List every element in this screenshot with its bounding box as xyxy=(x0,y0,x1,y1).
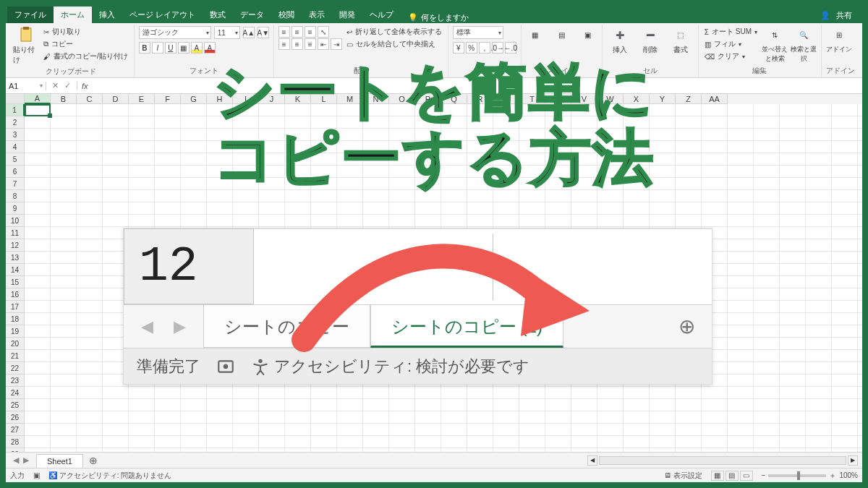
row-header-7[interactable]: 7 xyxy=(6,178,25,190)
indent-inc-button[interactable]: ⇥ xyxy=(331,38,342,50)
enter-formula-icon[interactable]: ✓ xyxy=(64,81,71,90)
row-header-4[interactable]: 4 xyxy=(6,141,25,153)
tab-data[interactable]: データ xyxy=(233,7,271,23)
row-header-6[interactable]: 6 xyxy=(6,166,25,178)
row-header-20[interactable]: 20 xyxy=(6,338,25,350)
col-header-C[interactable]: C xyxy=(77,94,103,104)
view-page-icon[interactable]: ▤ xyxy=(726,471,739,481)
name-box[interactable]: A1 xyxy=(6,82,46,90)
row-header-28[interactable]: 28 xyxy=(6,436,25,448)
copy-button[interactable]: ⧉コピー xyxy=(42,38,129,50)
row-header-1[interactable]: 1 xyxy=(6,104,25,116)
tab-formulas[interactable]: 数式 xyxy=(203,7,233,23)
fx-icon[interactable]: fx xyxy=(77,82,93,90)
tab-review[interactable]: 校閲 xyxy=(271,7,302,23)
col-header-F[interactable]: F xyxy=(155,94,181,104)
align-center-button[interactable]: ≡ xyxy=(292,38,303,50)
sheet-tab-1[interactable]: Sheet1 xyxy=(36,454,83,468)
row-header-16[interactable]: 16 xyxy=(6,288,25,301)
col-header-L[interactable]: L xyxy=(311,94,337,104)
font-name-combo[interactable]: 游ゴシック xyxy=(139,26,211,39)
col-header-P[interactable]: P xyxy=(415,94,441,104)
add-sheet-button[interactable]: ⊕ xyxy=(83,455,103,466)
view-break-icon[interactable]: ▭ xyxy=(740,471,753,481)
wrap-text-button[interactable]: ↩折り返して全体を表示する xyxy=(345,26,443,38)
row-header-17[interactable]: 17 xyxy=(6,301,25,313)
select-all-corner[interactable] xyxy=(6,94,25,104)
format-painter-button[interactable]: 🖌書式のコピー/貼り付け xyxy=(42,51,129,62)
col-header-O[interactable]: O xyxy=(389,94,415,104)
share-button[interactable]: 共有 xyxy=(836,10,852,21)
row-header-19[interactable]: 19 xyxy=(6,325,25,338)
col-header-T[interactable]: T xyxy=(519,94,545,104)
fill-color-button[interactable]: A xyxy=(191,42,203,53)
mag-add-sheet-button[interactable]: ⊕ xyxy=(661,305,712,348)
col-header-H[interactable]: H xyxy=(207,94,233,104)
cut-button[interactable]: ✂切り取り xyxy=(42,26,129,38)
border-button[interactable]: ▦ xyxy=(178,42,190,53)
insert-cells-button[interactable]: ➕挿入 xyxy=(607,26,633,55)
col-header-U[interactable]: U xyxy=(545,94,571,104)
accessibility-status[interactable]: ♿ アクセシビリティ: 問題ありません xyxy=(48,471,171,481)
align-bottom-button[interactable]: ≡ xyxy=(305,26,316,38)
tab-nav-prev-icon[interactable]: ◀ xyxy=(13,455,19,465)
row-header-27[interactable]: 27 xyxy=(6,424,25,436)
user-icon[interactable]: 👤 xyxy=(820,11,830,20)
macro-record-icon[interactable]: ▣ xyxy=(33,471,40,479)
zoom-slider[interactable] xyxy=(768,474,826,477)
mag-sheet-tab-1[interactable]: シートのコピー xyxy=(203,305,370,348)
underline-button[interactable]: U xyxy=(165,42,176,53)
comma-button[interactable]: , xyxy=(479,42,490,53)
row-header-24[interactable]: 24 xyxy=(6,387,25,399)
inc-decimal-button[interactable]: .0→ xyxy=(492,42,503,53)
tab-developer[interactable]: 開発 xyxy=(332,7,362,23)
decrease-font-button[interactable]: A▼ xyxy=(258,27,269,38)
autosum-button[interactable]: Σオート SUM▾ xyxy=(703,26,759,38)
tab-page-layout[interactable]: ページ レイアウト xyxy=(122,7,203,23)
tab-home[interactable]: ホーム xyxy=(54,7,92,23)
row-header-11[interactable]: 11 xyxy=(6,227,25,239)
currency-button[interactable]: ¥ xyxy=(453,42,464,53)
col-header-A[interactable]: A xyxy=(25,94,51,104)
row-header-18[interactable]: 18 xyxy=(6,313,25,325)
find-select-button[interactable]: 🔍検索と選択 xyxy=(791,26,817,64)
col-header-J[interactable]: J xyxy=(259,94,285,104)
indent-dec-button[interactable]: ⇤ xyxy=(318,38,329,50)
font-size-combo[interactable]: 11 xyxy=(214,26,240,39)
tab-help[interactable]: ヘルプ xyxy=(362,7,401,23)
row-header-22[interactable]: 22 xyxy=(6,362,25,374)
mag-nav-prev-icon[interactable]: ◀ xyxy=(141,317,153,336)
format-cells-button[interactable]: ⬚書式 xyxy=(668,26,694,55)
number-format-combo[interactable]: 標準 xyxy=(453,26,503,39)
col-header-V[interactable]: V xyxy=(571,94,597,104)
align-top-button[interactable]: ≡ xyxy=(278,26,290,38)
cancel-formula-icon[interactable]: ✕ xyxy=(52,81,59,90)
percent-button[interactable]: % xyxy=(466,42,477,53)
col-header-B[interactable]: B xyxy=(51,94,77,104)
paste-button[interactable]: 貼り付け xyxy=(13,26,39,65)
font-color-button[interactable]: A xyxy=(204,42,216,53)
italic-button[interactable]: I xyxy=(152,42,163,53)
row-header-15[interactable]: 15 xyxy=(6,276,25,288)
tab-view[interactable]: 表示 xyxy=(302,7,332,23)
col-header-W[interactable]: W xyxy=(597,94,624,104)
fill-button[interactable]: ▥フィル▾ xyxy=(703,38,759,50)
tell-me-search[interactable]: 💡 何をしますか xyxy=(401,12,476,23)
mag-sheet-tab-2[interactable]: シートのコピー (2) xyxy=(370,305,563,348)
row-header-13[interactable]: 13 xyxy=(6,252,25,264)
row-header-14[interactable]: 14 xyxy=(6,264,25,276)
col-header-I[interactable]: I xyxy=(233,94,259,104)
row-header-26[interactable]: 26 xyxy=(6,411,25,424)
sort-filter-button[interactable]: ⇅並べ替えと検索 xyxy=(762,26,788,64)
row-header-3[interactable]: 3 xyxy=(6,129,25,141)
cell-styles-button[interactable]: ▣ xyxy=(578,26,597,43)
col-header-D[interactable]: D xyxy=(103,94,129,104)
col-header-G[interactable]: G xyxy=(181,94,207,104)
zoom-level[interactable]: 100% xyxy=(839,471,858,479)
addin-button[interactable]: ⊞アドイン xyxy=(826,26,852,54)
align-right-button[interactable]: ≡ xyxy=(305,38,316,50)
col-header-Z[interactable]: Z xyxy=(676,94,702,104)
tab-file[interactable]: ファイル xyxy=(7,7,54,23)
row-header-8[interactable]: 8 xyxy=(6,190,25,202)
col-header-E[interactable]: E xyxy=(129,94,155,104)
